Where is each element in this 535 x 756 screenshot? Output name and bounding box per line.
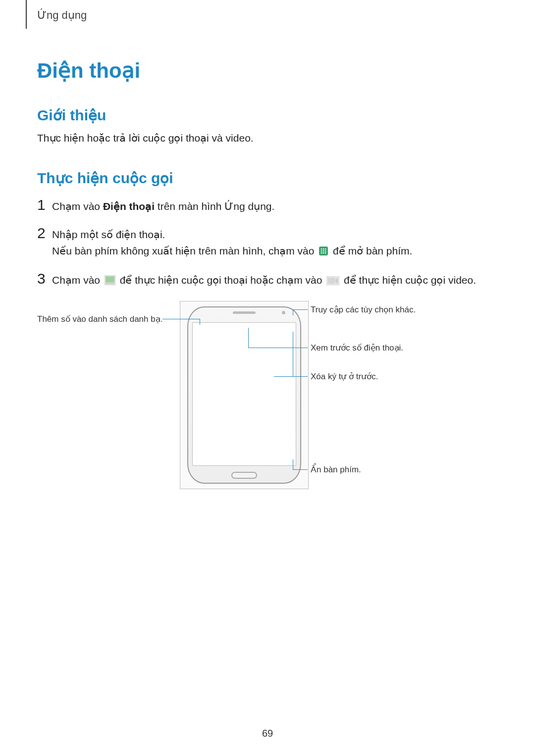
phone-diagram: Thêm số vào danh sách danh bạ. Truy cập … [37, 301, 498, 489]
svg-rect-14 [328, 278, 335, 284]
phone-camera [282, 311, 285, 314]
svg-point-2 [323, 248, 324, 250]
svg-point-9 [325, 252, 326, 253]
steps-list: 1Chạm vào Điện thoại trên màn hình Ứng d… [37, 199, 498, 290]
text-run: Chạm vào [52, 274, 103, 286]
lead-line [293, 469, 308, 470]
text-run: để thực hiện cuộc gọi thoại hoặc chạm và… [117, 274, 325, 286]
lead-line [293, 332, 293, 376]
text-run: để thực hiện cuộc gọi video. [341, 274, 476, 286]
svg-rect-11 [106, 276, 114, 282]
svg-point-4 [321, 250, 322, 252]
step: 3Chạm vào để thực hiện cuộc gọi thoại ho… [37, 272, 498, 290]
phone-screen [192, 322, 296, 466]
video-call-icon [326, 274, 339, 290]
lead-line [293, 459, 293, 469]
step-text: Chạm vào để thực hiện cuộc gọi thoại hoặ… [52, 272, 498, 290]
step-number: 2 [37, 226, 52, 241]
lead-line [293, 309, 308, 310]
text-run: trên màn hình Ứng dụng. [155, 201, 274, 212]
lead-line [200, 319, 200, 325]
svg-point-5 [323, 250, 324, 252]
page-number: 69 [0, 728, 535, 739]
lead-line [248, 348, 308, 348]
svg-rect-12 [106, 282, 114, 284]
svg-point-7 [321, 252, 322, 253]
section-header: Ứng dụng [37, 0, 498, 22]
header-rule [26, 0, 27, 29]
bold-text: Điện thoại [103, 201, 155, 212]
step-text: Chạm vào Điện thoại trên màn hình Ứng dụ… [52, 199, 498, 215]
text-run: Chạm vào [52, 201, 103, 212]
voice-call-icon [105, 274, 115, 290]
page-title: Điện thoại [37, 58, 498, 83]
step-number: 3 [37, 271, 52, 286]
callout-more-options: Truy cập các tùy chọn khác. [311, 304, 416, 315]
step: 1Chạm vào Điện thoại trên màn hình Ứng d… [37, 199, 498, 215]
phone-frame [180, 301, 309, 489]
intro-heading: Giới thiệu [37, 106, 498, 124]
lead-line [293, 309, 293, 315]
phone-home-button [231, 472, 257, 479]
intro-text: Thực hiện hoặc trả lời cuộc gọi thoại và… [37, 131, 498, 146]
make-call-heading: Thực hiện cuộc gọi [37, 169, 498, 187]
svg-point-3 [325, 248, 326, 250]
callout-delete-char: Xóa ký tự ở trước. [311, 371, 378, 382]
lead-line [248, 328, 249, 348]
callout-add-contact: Thêm số vào danh sách danh bạ. [37, 314, 161, 324]
callout-hide-keypad: Ẩn bàn phím. [311, 464, 361, 475]
page: Ứng dụng Điện thoại Giới thiệu Thực hiện… [0, 0, 535, 756]
lead-line [274, 376, 308, 377]
svg-point-8 [323, 252, 324, 253]
phone-speaker [233, 311, 256, 314]
svg-point-1 [321, 248, 322, 250]
text-run: Nhập một số điện thoại. [52, 229, 165, 240]
phone-body [187, 306, 301, 484]
svg-point-6 [325, 250, 326, 252]
step-text: Nhập một số điện thoại.Nếu bàn phím khôn… [52, 227, 498, 260]
step-number: 1 [37, 198, 52, 212]
lead-line [162, 319, 200, 319]
keypad-icon [319, 245, 328, 261]
callout-preview-number: Xem trước số điện thoại. [311, 343, 403, 353]
step: 2Nhập một số điện thoại.Nếu bàn phím khô… [37, 227, 498, 260]
text-run: để mở bàn phím. [330, 245, 412, 256]
text-run: Nếu bàn phím không xuất hiện trên màn hì… [52, 245, 317, 256]
